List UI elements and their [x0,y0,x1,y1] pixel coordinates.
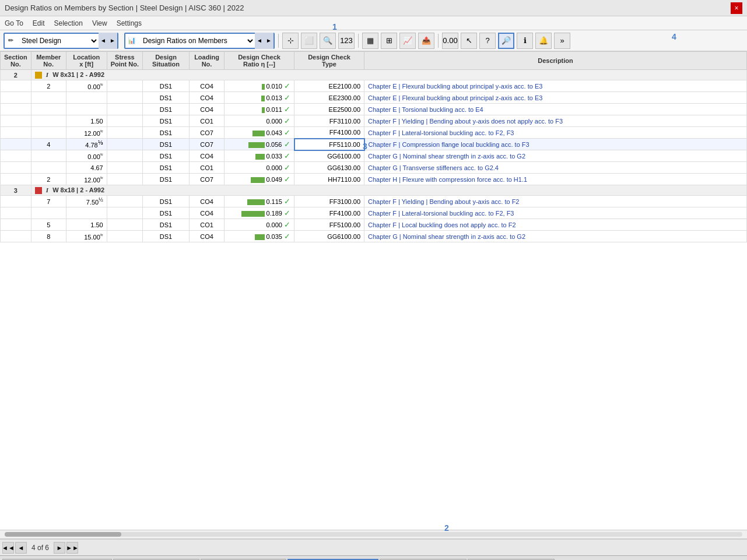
ratio-cell: 0.000 ✓ [225,115,294,127]
description: Chapter F | Local buckling does not appl… [364,219,747,231]
next-page-btn[interactable]: ► [54,542,65,554]
table-row[interactable]: 12.00≈ DS1 CO7 0.043 ✓ FF4100.00 Chapter… [1,127,747,139]
select-window-btn[interactable]: ⬜ [301,33,317,49]
ratio-cell: 0.010 ✓ [225,80,294,92]
separator-2 [358,34,359,48]
ratio-cell: 0.013 ✓ [225,92,294,104]
table-row[interactable]: 8 15.00≈ DS1 CO4 0.035 ✓ GG6100.00 Chapt… [1,231,747,242]
table-row[interactable]: 0.00≈ DS1 CO4 0.033 ✓ GG6100.00 Chapter … [1,150,747,162]
table-row[interactable]: 2 0.00≈ DS1 CO4 0.010 ✓ EE2100.00 Chapte… [1,80,747,92]
section-no [1,196,31,207]
ratio-cell: 0.033 ✓ [225,150,294,162]
filter-btn[interactable]: 🔍 [320,33,336,49]
grid-btn[interactable]: ⊞ [381,33,397,49]
table-row[interactable]: DS1 CO4 0.189 ✓ FF4100.00 Chapter F | La… [1,207,747,219]
notify-btn[interactable]: 🔔 [535,33,552,49]
member-no: 7 [31,196,66,207]
stress-point-no [107,115,142,127]
menu-selection[interactable]: Selection [54,19,83,27]
menu-view[interactable]: View [92,19,107,27]
ratio-cell: 0.049 ✓ [225,174,294,185]
loading-no: CO4 [190,196,225,207]
location-x: 1.50 [66,219,107,231]
stress-point-no [107,127,142,139]
stress-point-no [107,150,142,162]
menu-goto[interactable]: Go To [5,19,23,27]
first-page-btn[interactable]: ◄◄ [2,542,14,554]
view-dropdown[interactable]: 📊 Design Ratios on Members ◄ ► [124,33,275,49]
design-situation: DS1 [143,174,190,185]
location-x [66,92,107,104]
close-button[interactable]: × [731,2,742,14]
description: Chapter F | Lateral-torsional buckling a… [364,207,747,219]
ratio-cell: 0.011 ✓ [225,104,294,115]
design-situation: DS1 [143,196,190,207]
scrollbar-thumb[interactable] [5,532,121,537]
section-header-row: 3 I W 8x18 | 2 - A992 [1,185,747,196]
table-row[interactable]: DS1 CO4 0.011 ✓ EE2500.00 Chapter E | To… [1,104,747,115]
menu-settings[interactable]: Settings [117,19,142,27]
table-row[interactable]: 4.67 DS1 CO1 0.000 ✓ GG6130.00 Chapter G… [1,162,747,174]
header-stress-point: StressPoint No. [107,52,142,70]
values-btn[interactable]: 123 [338,33,355,49]
table-btn[interactable]: ▦ [362,33,378,49]
view-next-btn[interactable]: ► [264,33,273,49]
table-row[interactable]: DS1 CO4 0.013 ✓ EE2300.00 Chapter E | Fl… [1,92,747,104]
prev-page-btn[interactable]: ◄ [15,542,27,554]
ratio-cell: 0.056 ✓ [225,139,294,150]
table-row[interactable]: 4 4.78⅓ DS1 CO7 0.056 ✓ FF5110.00 Chapte… [1,139,747,150]
data-table: SectionNo. MemberNo. Locationx [ft] Stre… [0,51,747,242]
more-btn[interactable]: » [554,33,570,49]
zoom-btn[interactable]: 🔎 [498,33,514,49]
view-prev-btn[interactable]: ◄ [255,33,264,49]
horizontal-scrollbar[interactable] [0,530,747,539]
design-situation: DS1 [143,207,190,219]
check-code: FF3110.00 [294,115,364,127]
description: Chapter F | Compression flange local buc… [364,139,747,150]
section-no [1,127,31,139]
check-code: GG6130.00 [294,162,364,174]
design-next-btn[interactable]: ► [108,33,117,49]
view-icon: 📊 [125,36,138,45]
stress-point-no [107,139,142,150]
check-code: EE2500.00 [294,104,364,115]
member-no [31,150,66,162]
ratio-cell: 0.115 ✓ [225,196,294,207]
export-btn[interactable]: 📤 [418,33,434,49]
member-no [31,162,66,174]
table-row[interactable]: 1.50 DS1 CO1 0.000 ✓ FF3110.00 Chapter F… [1,115,747,127]
info-btn[interactable]: ℹ [517,33,533,49]
section-header-row: 2 I W 8x31 | 2 - A992 [1,70,747,80]
design-dropdown[interactable]: ✏ Steel Design ◄ ► [3,33,118,49]
table-row[interactable]: 5 1.50 DS1 CO1 0.000 ✓ FF5100.00 Chapter… [1,219,747,231]
member-no: 8 [31,231,66,242]
table-row[interactable]: 7 7.50½ DS1 CO4 0.115 ✓ FF3100.00 Chapte… [1,196,747,207]
stress-point-no [107,174,142,185]
section-no [1,174,31,185]
design-select[interactable]: Steel Design [17,35,99,47]
loading-no: CO1 [190,162,225,174]
member-no [31,92,66,104]
design-situation: DS1 [143,104,190,115]
last-page-btn[interactable]: ►► [66,542,78,554]
calc-btn[interactable]: 0.00 [442,33,458,49]
menu-edit[interactable]: Edit [33,19,45,27]
separator-3 [438,34,439,48]
location-x: 0.00≈ [66,150,107,162]
check-code: FF5110.00 [294,139,364,150]
loading-no: CO1 [190,115,225,127]
help-btn[interactable]: ? [479,33,496,49]
member-no: 2 [31,174,66,185]
pointer-btn[interactable]: ↖ [461,33,477,49]
check-code: EE2300.00 [294,92,364,104]
header-design-check-type: Design CheckType [294,52,364,70]
chart-btn[interactable]: 📈 [399,33,416,49]
ratio-cell: 0.189 ✓ [225,207,294,219]
loading-no: CO4 [190,104,225,115]
member-no: 4 [31,139,66,150]
view-select[interactable]: Design Ratios on Members [138,35,255,47]
select-tool-btn[interactable]: ⊹ [282,33,299,49]
design-prev-btn[interactable]: ◄ [99,33,108,49]
table-row[interactable]: 2 12.00≈ DS1 CO7 0.049 ✓ HH7110.00 Chapt… [1,174,747,185]
section-no-cell: 2 [1,70,31,80]
